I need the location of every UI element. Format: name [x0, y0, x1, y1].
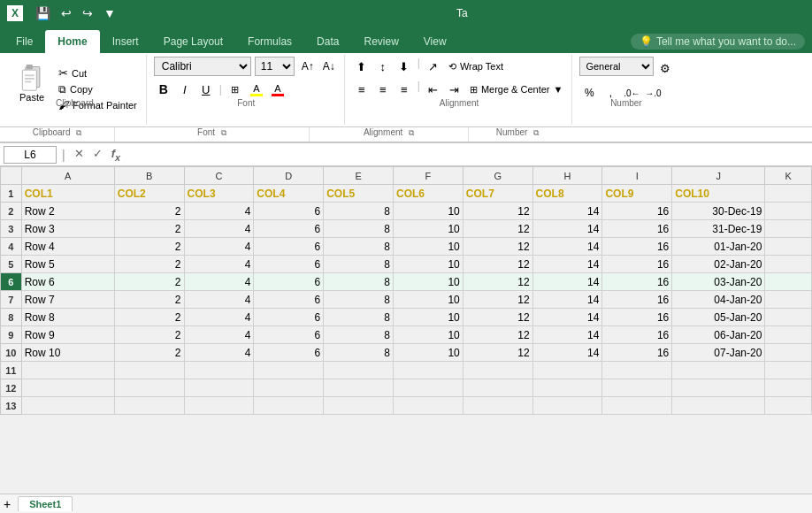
cell-C8[interactable]: 4 [184, 309, 254, 326]
cell-C9[interactable]: 4 [184, 326, 254, 344]
cell-I4[interactable]: 16 [602, 238, 672, 256]
cell-G12[interactable] [463, 379, 532, 397]
cell-F10[interactable]: 10 [393, 344, 463, 362]
cell-D6[interactable]: 6 [254, 273, 324, 291]
cell-J5[interactable]: 02-Jan-20 [672, 256, 765, 273]
cell-K9[interactable] [765, 326, 812, 344]
cell-A11[interactable] [21, 362, 114, 379]
cut-button[interactable]: ✂ Cut [55, 65, 141, 80]
cell-K1[interactable] [765, 185, 812, 203]
cell-I13[interactable] [602, 397, 672, 415]
cell-H7[interactable]: 14 [532, 291, 602, 309]
cell-A12[interactable] [21, 379, 114, 397]
row-header-6[interactable]: 6 [1, 273, 22, 291]
row-header-1[interactable]: 1 [1, 185, 22, 203]
confirm-formula-button[interactable]: ✓ [89, 147, 106, 163]
cell-J1[interactable]: COL10 [672, 185, 765, 203]
cell-J9[interactable]: 06-Jan-20 [672, 326, 765, 344]
cell-B1[interactable]: COL2 [114, 185, 184, 203]
cell-F4[interactable]: 10 [393, 238, 463, 256]
cell-C11[interactable] [184, 362, 254, 379]
cell-E1[interactable]: COL5 [324, 185, 394, 203]
cell-F12[interactable] [393, 379, 463, 397]
tab-pagelayout[interactable]: Page Layout [151, 30, 235, 53]
cell-D4[interactable]: 6 [254, 238, 324, 256]
cell-H8[interactable]: 14 [532, 309, 602, 326]
cell-G13[interactable] [463, 397, 532, 415]
cell-B13[interactable] [114, 397, 184, 415]
cell-G8[interactable]: 12 [463, 309, 532, 326]
cell-F3[interactable]: 10 [393, 220, 463, 238]
cell-J11[interactable] [672, 362, 765, 379]
tab-home[interactable]: Home [45, 30, 99, 53]
row-header-9[interactable]: 9 [1, 326, 22, 344]
cell-J6[interactable]: 03-Jan-20 [672, 273, 765, 291]
cell-H11[interactable] [532, 362, 602, 379]
col-header-b[interactable]: B [114, 167, 184, 185]
cell-K6[interactable] [765, 273, 812, 291]
cell-H10[interactable]: 14 [532, 344, 602, 362]
cell-G9[interactable]: 12 [463, 326, 532, 344]
col-header-i[interactable]: I [602, 167, 672, 185]
cell-B10[interactable]: 2 [114, 344, 184, 362]
cell-D11[interactable] [254, 362, 324, 379]
cell-H13[interactable] [532, 397, 602, 415]
cell-D9[interactable]: 6 [254, 326, 324, 344]
cancel-formula-button[interactable]: ✕ [71, 147, 88, 163]
row-header-10[interactable]: 10 [1, 344, 22, 362]
cell-C6[interactable]: 4 [184, 273, 254, 291]
cell-I9[interactable]: 16 [602, 326, 672, 344]
tab-view[interactable]: View [411, 30, 459, 53]
align-middle-button[interactable]: ↕ [373, 57, 393, 76]
text-angle-button[interactable]: ↗ [424, 57, 443, 76]
cell-G3[interactable]: 12 [463, 220, 532, 238]
cell-K8[interactable] [765, 309, 812, 326]
cell-C3[interactable]: 4 [184, 220, 254, 238]
cell-E5[interactable]: 8 [324, 256, 394, 273]
cell-E2[interactable]: 8 [324, 203, 394, 220]
cell-B7[interactable]: 2 [114, 291, 184, 309]
cell-A13[interactable] [21, 397, 114, 415]
cell-H4[interactable]: 14 [532, 238, 602, 256]
cell-J3[interactable]: 31-Dec-19 [672, 220, 765, 238]
corner-cell[interactable] [1, 167, 22, 185]
cell-G10[interactable]: 12 [463, 344, 532, 362]
cell-B2[interactable]: 2 [114, 203, 184, 220]
col-header-f[interactable]: F [393, 167, 463, 185]
cell-E3[interactable]: 8 [324, 220, 394, 238]
cell-K7[interactable] [765, 291, 812, 309]
cell-K2[interactable] [765, 203, 812, 220]
row-header-4[interactable]: 4 [1, 238, 22, 256]
cell-J7[interactable]: 04-Jan-20 [672, 291, 765, 309]
cell-G11[interactable] [463, 362, 532, 379]
cell-B9[interactable]: 2 [114, 326, 184, 344]
number-format-settings-button[interactable]: ⚙ [657, 58, 673, 78]
col-header-d[interactable]: D [254, 167, 324, 185]
cell-H3[interactable]: 14 [532, 220, 602, 238]
cell-F13[interactable] [393, 397, 463, 415]
insert-function-button[interactable]: fx [108, 147, 124, 163]
cell-D2[interactable]: 6 [254, 203, 324, 220]
row-header-8[interactable]: 8 [1, 309, 22, 326]
cell-H5[interactable]: 14 [532, 256, 602, 273]
copy-button[interactable]: ⧉ Copy [55, 82, 141, 96]
cell-A1[interactable]: COL1 [21, 185, 114, 203]
cell-E8[interactable]: 8 [324, 309, 394, 326]
cell-B8[interactable]: 2 [114, 309, 184, 326]
cell-F8[interactable]: 10 [393, 309, 463, 326]
cell-A5[interactable]: Row 5 [21, 256, 114, 273]
cell-E7[interactable]: 8 [324, 291, 394, 309]
cell-E12[interactable] [324, 379, 394, 397]
alignment-expand-icon[interactable]: ⧉ [409, 128, 414, 137]
cell-I2[interactable]: 16 [602, 203, 672, 220]
cell-G6[interactable]: 12 [463, 273, 532, 291]
tab-data[interactable]: Data [304, 30, 351, 53]
redo-button[interactable]: ↪ [79, 4, 96, 22]
cell-C5[interactable]: 4 [184, 256, 254, 273]
cell-H9[interactable]: 14 [532, 326, 602, 344]
font-name-select[interactable]: Calibri [154, 57, 251, 76]
cell-I6[interactable]: 16 [602, 273, 672, 291]
cell-J2[interactable]: 30-Dec-19 [672, 203, 765, 220]
cell-D12[interactable] [254, 379, 324, 397]
cell-D8[interactable]: 6 [254, 309, 324, 326]
